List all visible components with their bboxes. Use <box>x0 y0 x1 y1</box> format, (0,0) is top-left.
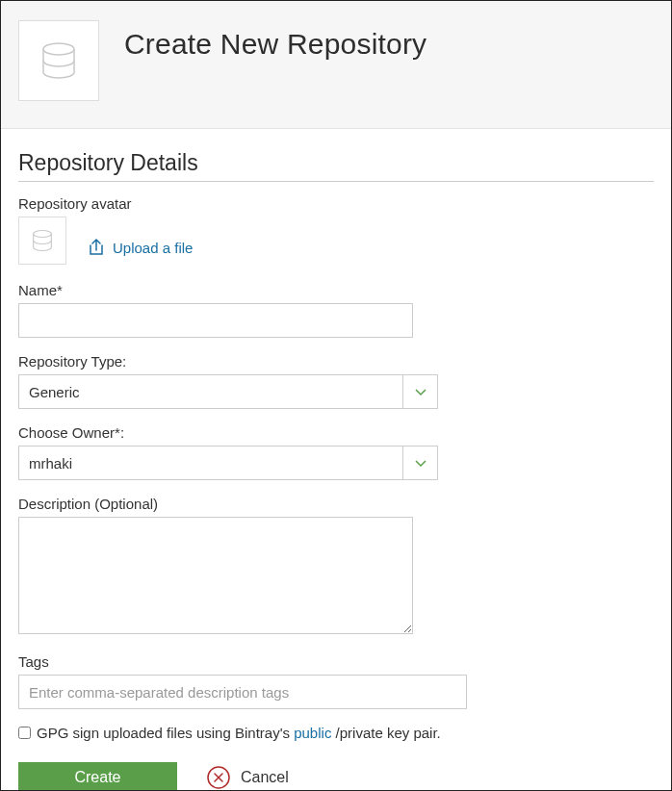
database-icon <box>29 227 56 254</box>
name-group: Name* <box>18 282 654 338</box>
gpg-sign-checkbox[interactable] <box>18 727 31 739</box>
avatar-label: Repository avatar <box>18 195 654 212</box>
gpg-sign-row[interactable]: GPG sign uploaded files using Bintray's … <box>18 725 654 741</box>
page-title: Create New Repository <box>124 28 426 61</box>
owner-group: Choose Owner*: mrhaki <box>18 424 654 480</box>
upload-file-link[interactable]: Upload a file <box>88 238 193 257</box>
repo-type-arrow <box>402 375 437 408</box>
owner-label: Choose Owner*: <box>18 424 654 441</box>
section-title: Repository Details <box>18 150 654 182</box>
owner-select[interactable]: mrhaki <box>18 446 438 480</box>
name-input[interactable] <box>18 303 413 338</box>
description-group: Description (Optional) <box>18 496 654 638</box>
database-icon <box>36 38 82 84</box>
page-header: Create New Repository <box>1 1 671 129</box>
repo-type-group: Repository Type: Generic <box>18 353 654 409</box>
avatar-group: Repository avatar Upload a file <box>18 195 654 265</box>
gpg-prefix: GPG sign uploaded files using Bintray's <box>37 725 294 741</box>
app-frame: Create New Repository Repository Details… <box>0 0 672 791</box>
tags-group: Tags <box>18 653 654 709</box>
owner-arrow <box>402 447 437 479</box>
gpg-public-link[interactable]: public <box>294 725 331 741</box>
repo-type-label: Repository Type: <box>18 353 654 370</box>
chevron-down-icon <box>413 455 428 471</box>
svg-point-0 <box>43 43 74 55</box>
header-repo-icon-box <box>18 20 99 101</box>
gpg-sign-text: GPG sign uploaded files using Bintray's … <box>37 725 441 741</box>
gpg-suffix: /private key pair. <box>331 725 440 741</box>
repo-type-select[interactable]: Generic <box>18 374 438 409</box>
form-content: Repository Details Repository avatar <box>1 129 671 790</box>
avatar-preview[interactable] <box>18 217 66 265</box>
avatar-row: Upload a file <box>18 217 654 265</box>
create-button[interactable]: Create <box>18 762 177 790</box>
name-label: Name* <box>18 282 654 298</box>
footer-actions: Create Cancel <box>18 762 654 790</box>
cancel-button[interactable]: Cancel <box>206 765 289 790</box>
close-icon <box>206 765 231 790</box>
tags-input[interactable] <box>18 675 467 709</box>
repo-type-value: Generic <box>19 375 402 408</box>
owner-value: mrhaki <box>19 447 402 479</box>
tags-label: Tags <box>18 653 654 670</box>
description-input[interactable] <box>18 517 413 634</box>
svg-point-1 <box>34 231 52 238</box>
upload-file-text: Upload a file <box>113 240 193 256</box>
upload-icon <box>88 238 105 257</box>
cancel-label: Cancel <box>241 769 289 786</box>
description-label: Description (Optional) <box>18 496 654 512</box>
chevron-down-icon <box>413 384 428 399</box>
